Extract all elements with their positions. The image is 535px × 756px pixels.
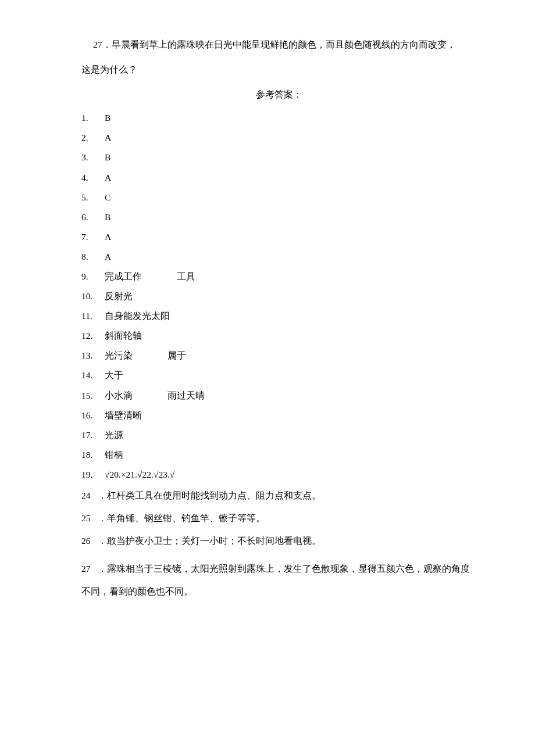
question-text-line1: ．早晨看到草上的露珠映在日光中能呈现鲜艳的颜色，而且颜色随视线的方向而改变，	[102, 40, 456, 49]
answer-item: 12.斜面轮轴	[81, 326, 477, 346]
answer-27: 27 ．露珠相当于三棱镜，太阳光照射到露珠上，发生了色散现象，显得五颜六色，观察…	[81, 558, 477, 581]
answer-number: 12.	[81, 326, 105, 346]
answer-text: 反射光	[105, 286, 477, 306]
answer-text: 斜面轮轴	[105, 326, 477, 346]
answer-item: 17.光源	[81, 425, 477, 445]
answer-item: 10.反射光	[81, 286, 477, 306]
answer-item: 16.墙壁清晰	[81, 406, 477, 425]
answer-number: 19.	[81, 465, 105, 485]
answer-text: 小水滴雨过天晴	[105, 386, 477, 406]
answer-number: 2.	[81, 128, 105, 148]
answer-text: A	[105, 227, 477, 247]
answer-item: 7.A	[81, 227, 477, 247]
answer-text: B	[105, 207, 477, 227]
answer-text: 光源	[105, 425, 477, 445]
answer-number: 1.	[81, 108, 105, 128]
answers-list: 1.B2.A3.B4.A5.C6.B7.A8.A9.完成工作工具10.反射光11…	[81, 108, 477, 485]
answer-item: 3.B	[81, 148, 477, 167]
answer-number: 27	[81, 558, 98, 581]
answer-text: 钳柄	[105, 445, 477, 465]
answer-text: A	[105, 247, 477, 267]
answer-text: B	[105, 148, 477, 167]
answer-text: C	[105, 188, 477, 207]
answer-number: 18.	[81, 445, 105, 465]
answers-heading: 参考答案：	[81, 84, 477, 106]
explanation-text: ．杠杆类工具在使用时能找到动力点、阻力点和支点。	[98, 485, 477, 507]
answer-number: 8.	[81, 247, 105, 267]
answer-text-line1: ．露珠相当于三棱镜，太阳光照射到露珠上，发生了色散现象，显得五颜六色，观察的角度	[98, 558, 477, 581]
answer-number: 15.	[81, 386, 105, 406]
answer-number: 17.	[81, 425, 105, 445]
answer-item: 13.光污染属于	[81, 346, 477, 366]
answer-text: 墙壁清晰	[105, 406, 477, 425]
question-text-line2: 这是为什么？	[81, 65, 137, 74]
answer-text: B	[105, 108, 477, 128]
explanations-list: 24．杠杆类工具在使用时能找到动力点、阻力点和支点。25．羊角锤、钢丝钳、钓鱼竿…	[81, 485, 477, 552]
explanation-number: 26	[81, 530, 98, 553]
answer-item: 15.小水滴雨过天晴	[81, 386, 477, 406]
answer-item: 9.完成工作工具	[81, 267, 477, 286]
question-27: 27．早晨看到草上的露珠映在日光中能呈现鲜艳的颜色，而且颜色随视线的方向而改变，	[81, 34, 477, 56]
answer-text: 完成工作工具	[105, 267, 477, 286]
answer-text: A	[105, 168, 477, 188]
answer-number: 6.	[81, 207, 105, 227]
answer-item: 8.A	[81, 247, 477, 267]
answer-number: 11.	[81, 306, 105, 326]
question-number: 27	[93, 40, 102, 49]
answer-text: 光污染属于	[105, 346, 477, 366]
answer-text: 自身能发光太阳	[105, 306, 477, 326]
answer-number: 5.	[81, 188, 105, 207]
document-page: 27．早晨看到草上的露珠映在日光中能呈现鲜艳的颜色，而且颜色随视线的方向而改变，…	[0, 0, 535, 638]
explanation-number: 25	[81, 507, 98, 530]
explanation-item: 24．杠杆类工具在使用时能找到动力点、阻力点和支点。	[81, 485, 477, 507]
answer-number: 9.	[81, 267, 105, 286]
question-27-line2: 这是为什么？	[81, 59, 477, 81]
answer-item: 5.C	[81, 188, 477, 207]
answer-27-line2: 不同，看到的颜色也不同。	[81, 581, 477, 603]
answer-item: 14.大于	[81, 366, 477, 385]
answer-text: √20.×21.√22.√23.√	[105, 465, 477, 485]
explanation-text: ．羊角锤、钢丝钳、钓鱼竿、镲子等等。	[98, 507, 477, 530]
answer-text: A	[105, 128, 477, 148]
answer-item: 1.B	[81, 108, 477, 128]
answer-item: 18.钳柄	[81, 445, 477, 465]
answer-item: 4.A	[81, 168, 477, 188]
answer-number: 14.	[81, 366, 105, 385]
answer-number: 3.	[81, 148, 105, 167]
answer-item: 2.A	[81, 128, 477, 148]
answer-number: 7.	[81, 227, 105, 247]
explanation-number: 24	[81, 485, 98, 507]
answer-number: 10.	[81, 286, 105, 306]
answer-number: 16.	[81, 406, 105, 425]
answer-item: 6.B	[81, 207, 477, 227]
answer-item: 11.自身能发光太阳	[81, 306, 477, 326]
explanation-item: 26．敢当护夜小卫士；关灯一小时；不长时间地看电视。	[81, 530, 477, 553]
answer-number: 4.	[81, 168, 105, 188]
answer-item: 19.√20.×21.√22.√23.√	[81, 465, 477, 485]
explanation-item: 25．羊角锤、钢丝钳、钓鱼竿、镲子等等。	[81, 507, 477, 530]
explanation-text: ．敢当护夜小卫士；关灯一小时；不长时间地看电视。	[98, 530, 477, 553]
answer-number: 13.	[81, 346, 105, 366]
answer-text: 大于	[105, 366, 477, 385]
